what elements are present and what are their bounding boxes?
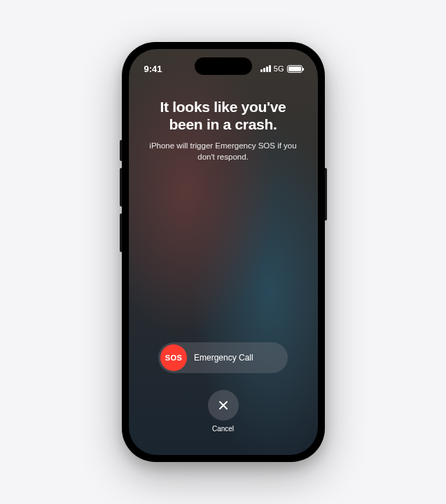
network-label: 5G	[274, 64, 284, 73]
battery-icon	[287, 65, 302, 73]
status-time: 9:41	[144, 64, 179, 74]
side-button	[325, 168, 327, 220]
phone-frame: 9:41 5G It looks like you've been in a c…	[122, 42, 325, 462]
signal-icon	[260, 65, 271, 72]
status-right: 5G	[260, 64, 302, 73]
cancel-area: Cancel	[208, 390, 239, 433]
sos-slider-thumb[interactable]: SOS	[160, 344, 187, 371]
cancel-label: Cancel	[212, 425, 234, 433]
content-area: It looks like you've been in a crash. iP…	[129, 91, 318, 455]
crash-subtext: iPhone will trigger Emergency SOS if you…	[143, 140, 304, 162]
cancel-button[interactable]	[208, 390, 239, 421]
slider-label: Emergency Call	[194, 353, 253, 363]
crash-headline: It looks like you've been in a crash.	[143, 98, 304, 133]
screen: 9:41 5G It looks like you've been in a c…	[129, 49, 318, 455]
dynamic-island	[195, 57, 252, 75]
close-icon	[217, 399, 230, 412]
emergency-call-slider[interactable]: SOS Emergency Call	[158, 342, 288, 373]
